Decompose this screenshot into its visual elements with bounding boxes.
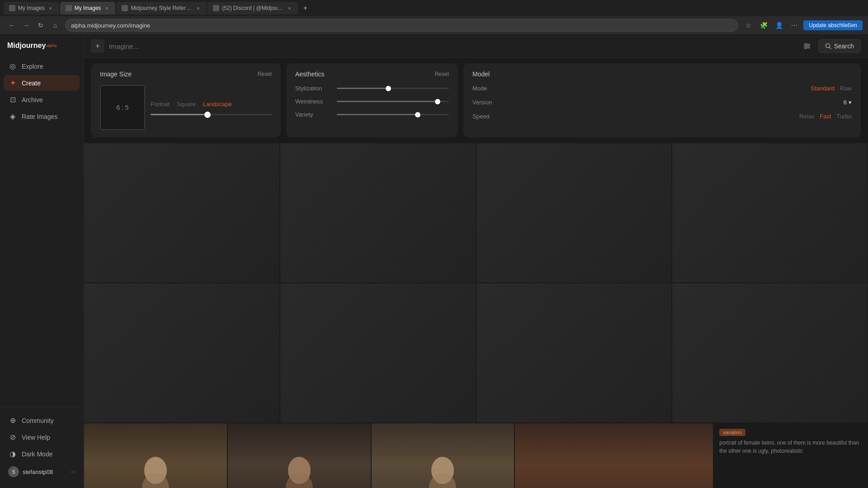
weirdness-thumb[interactable] [435,99,440,104]
sidebar-item-rate-images[interactable]: ◈ Rate Images [4,108,80,124]
sidebar-item-viewhelp[interactable]: ⊘ View Help [4,429,80,445]
variety-thumb[interactable] [415,112,420,117]
svg-line-7 [829,47,831,49]
update-button[interactable]: Update abschließen [803,20,863,30]
tab-discord[interactable]: (52) Discord | @Midjourney Bot × [208,2,298,14]
speed-fast[interactable]: Fast [820,113,831,120]
profile-icon[interactable]: 👤 [773,19,785,32]
home-button[interactable]: ⌂ [49,19,61,32]
address-bar: ← → ↻ ⌂ alpha.midjourney.com/imagine ☆ 🧩… [0,16,868,34]
tab-close-4[interactable]: × [286,5,292,11]
bookmark-icon[interactable]: ☆ [742,19,755,32]
back-button[interactable]: ← [5,19,18,32]
grid-cell-3-4[interactable] [514,423,713,488]
new-tab-button[interactable]: + [299,2,311,14]
imagine-plus-button[interactable]: + [91,39,104,53]
version-value: 6 [844,99,847,106]
stylization-slider[interactable] [337,88,449,89]
sidebar-item-community[interactable]: ⊕ Community [4,413,80,428]
grid-cell-3-2[interactable] [227,423,371,488]
tab-close-1[interactable]: × [47,5,54,11]
grid-cell-1-1[interactable] [84,143,280,283]
square-button[interactable]: Square [177,100,196,108]
forward-button[interactable]: → [20,19,33,32]
user-more-icon[interactable]: ··· [71,469,75,475]
variety-label: Variety [295,111,331,118]
stylization-row: Stylization [295,85,449,92]
variety-slider[interactable] [337,114,449,115]
grid-cell-1-2[interactable] [280,143,476,283]
filter-button[interactable] [800,39,814,53]
search-icon [825,43,831,49]
sidebar-item-archive[interactable]: ⊡ Archive [4,92,80,108]
tab-favicon-3 [122,5,128,11]
mode-options: Standard Raw [811,85,852,92]
speed-row: Speed Relax Fast Turbo [472,113,852,120]
sidebar-nav: ◎ Explore ✦ Create ⊡ Archive ◈ Rate Imag… [0,58,83,401]
sidebar-item-create[interactable]: ✦ Create [4,75,80,91]
user-row[interactable]: S stefanstp08 ··· [4,463,80,481]
sidebar-item-explore[interactable]: ◎ Explore [4,58,80,74]
rate-icon: ◈ [8,112,17,121]
size-controls: Portrait Square Landscape [151,100,272,115]
image-size-reset[interactable]: Reset [258,71,272,77]
extensions-icon[interactable]: 🧩 [757,19,770,32]
model-header: Model [472,70,852,78]
tab-close-3[interactable]: × [195,5,201,11]
tab-label-2: My Images [75,5,101,11]
tab-my-images-1[interactable]: My Images × [4,2,59,14]
tab-midjourney-style[interactable]: Midjourney Style Reference × [116,2,207,14]
speed-turbo[interactable]: Turbo [837,113,852,120]
model-panel: Model Mode Standard Raw Version 6 ▾ [463,63,861,137]
landscape-button[interactable]: Landscape [203,100,232,108]
grid-row-2 [84,283,868,423]
size-slider-thumb[interactable] [204,112,211,118]
tab-close-2[interactable]: × [104,5,110,11]
grid-cell-2-1[interactable] [84,283,280,423]
svg-point-3 [805,43,807,45]
grid-cell-3-1[interactable] [84,423,227,488]
mode-raw[interactable]: Raw [840,85,852,92]
top-bar: + Search [84,35,868,58]
search-button[interactable]: Search [818,39,861,53]
grid-cell-1-4[interactable] [672,143,868,283]
tab-bar: My Images × My Images × Midjourney Style… [0,0,868,16]
aesthetics-title: Aesthetics [295,70,325,78]
user-name: stefanstp08 [23,469,67,475]
weirdness-label: Weirdness [295,98,331,105]
sidebar-bottom: ⊕ Community ⊘ View Help ◑ Dark Mode S st… [0,407,83,481]
aesthetics-header: Aesthetics Reset [295,70,449,78]
size-preview: 6 : 5 [100,85,145,130]
imagine-input[interactable] [109,42,796,50]
sidebar-item-label-viewhelp: View Help [22,434,50,441]
version-select[interactable]: 6 ▾ [844,99,852,106]
address-input[interactable]: alpha.midjourney.com/imagine [65,19,738,32]
reload-button[interactable]: ↻ [34,19,47,32]
variety-track [337,114,449,115]
grid-cell-2-4[interactable] [672,283,868,423]
bottom-description: portrait of female twins, one of them is… [719,439,862,455]
face-svg-2 [281,448,317,488]
grid-cell-1-3[interactable] [476,143,672,283]
browser-actions: ☆ 🧩 👤 ⋯ Update abschließen [742,19,863,32]
aesthetics-reset[interactable]: Reset [435,71,449,77]
grid-cell-2-2[interactable] [280,283,476,423]
tab-my-images-2[interactable]: My Images × [60,2,116,14]
logo-alpha: alpha [47,43,57,48]
speed-relax[interactable]: Relax [799,113,814,120]
version-label: Version [472,99,492,106]
logo-area: Midjourney alpha [0,42,83,58]
mode-standard[interactable]: Standard [811,85,835,92]
size-slider[interactable] [151,114,272,115]
sidebar-item-darkmode[interactable]: ◑ Dark Mode [4,446,80,462]
stylization-track [337,88,449,89]
grid-cell-3-3[interactable] [371,423,515,488]
tab-label-1: My Images [18,5,45,11]
image-size-panel: Image Size Reset 6 : 5 Portrait Square L… [91,63,281,137]
stylization-thumb[interactable] [386,86,391,91]
grid-cell-2-3[interactable] [476,283,672,423]
weirdness-slider[interactable] [337,101,449,102]
sidebar-item-label-create: Create [22,80,41,87]
portrait-button[interactable]: Portrait [151,100,170,108]
settings-icon[interactable]: ⋯ [788,19,801,32]
